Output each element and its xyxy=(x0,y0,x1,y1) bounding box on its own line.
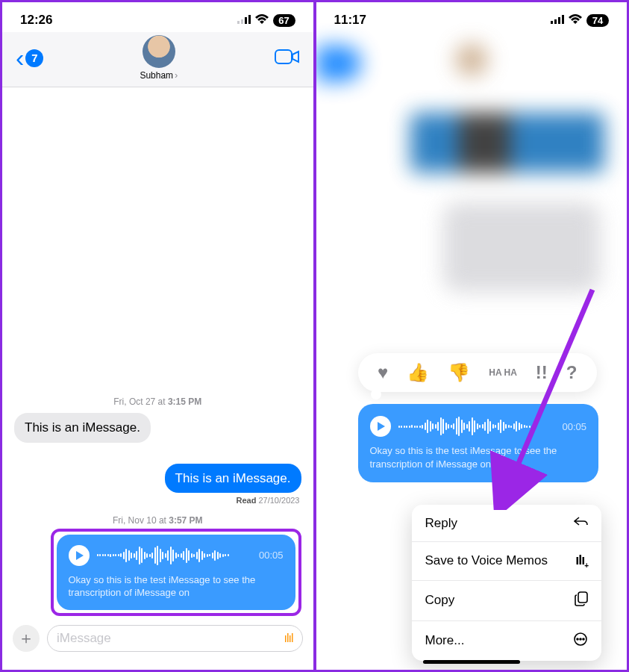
highlight-annotation: 00:05 Okay so this is the test iMessage … xyxy=(51,529,301,616)
status-right: 74 xyxy=(551,13,609,28)
svg-rect-0 xyxy=(237,21,240,24)
message-incoming[interactable]: This is an iMessage. xyxy=(14,413,151,442)
svg-rect-7 xyxy=(558,17,560,24)
tapback-thumbs-up[interactable]: 👍 xyxy=(407,362,429,383)
audio-message-focused[interactable]: 00:05 Okay so this is the test iMessage … xyxy=(358,404,599,482)
screen-conversation: 12:26 67 ‹ 7 Subham Fri, Oct 27 at 3:15 … xyxy=(2,2,313,670)
svg-rect-9 xyxy=(578,592,587,603)
waveform-icon xyxy=(398,416,555,437)
home-indicator[interactable] xyxy=(423,660,520,664)
nav-bar: ‹ 7 Subham xyxy=(2,32,313,87)
read-receipt: Read 27/10/2023 xyxy=(236,496,299,505)
timestamp: Fri, Nov 10 at 3:57 PM xyxy=(14,515,301,526)
plus-button[interactable]: ＋ xyxy=(13,625,40,652)
conversation: Fri, Oct 27 at 3:15 PM This is an iMessa… xyxy=(2,89,313,616)
tapback-exclaim[interactable]: !! xyxy=(536,362,548,383)
battery-level: 67 xyxy=(273,14,295,27)
audio-duration: 00:05 xyxy=(259,550,284,561)
status-time: 12:26 xyxy=(20,13,52,28)
back-button[interactable]: ‹ 7 xyxy=(16,49,43,67)
tapback-thumbs-down[interactable]: 👎 xyxy=(448,362,470,383)
tapback-question[interactable]: ? xyxy=(566,362,578,383)
timestamp: Fri, Oct 27 at 3:15 PM xyxy=(14,396,301,407)
message-outgoing[interactable]: This is an iMessage. xyxy=(165,464,301,493)
audio-message[interactable]: 00:05 Okay so this is the test iMessage … xyxy=(57,535,295,610)
unread-badge: 7 xyxy=(25,49,43,67)
svg-rect-3 xyxy=(248,15,251,24)
svg-point-12 xyxy=(580,638,581,640)
contact-name: Subham xyxy=(140,69,178,81)
menu-label: Reply xyxy=(425,516,457,531)
svg-rect-6 xyxy=(554,19,557,24)
screen-context-menu: 11:17 74 ♥ 👍 👎 HA HA !! ? 00:05 xyxy=(316,2,628,670)
svg-rect-5 xyxy=(551,21,553,24)
menu-label: Save to Voice Memos xyxy=(425,553,548,568)
facetime-button[interactable] xyxy=(275,48,300,69)
play-button[interactable] xyxy=(69,545,90,566)
audio-duration: 00:05 xyxy=(562,421,586,432)
menu-label: Copy xyxy=(425,593,455,608)
tapback-heart[interactable]: ♥ xyxy=(378,362,388,383)
audio-record-icon[interactable]: ılıl xyxy=(284,632,293,645)
wifi-icon xyxy=(255,13,269,28)
status-bar: 12:26 67 xyxy=(2,2,313,28)
chevron-left-icon: ‹ xyxy=(16,50,24,65)
contact-header[interactable]: Subham xyxy=(140,35,178,81)
voice-memo-icon: ılı+ xyxy=(575,553,588,570)
cellular-icon xyxy=(551,13,564,28)
svg-rect-4 xyxy=(275,50,292,63)
menu-copy[interactable]: Copy xyxy=(412,581,602,621)
context-menu: Reply Save to Voice Memos ılı+ Copy More… xyxy=(412,505,602,661)
svg-rect-1 xyxy=(241,19,243,24)
svg-rect-8 xyxy=(562,15,564,24)
cellular-icon xyxy=(237,13,251,28)
status-right: 67 xyxy=(237,13,295,28)
wifi-icon xyxy=(569,13,582,28)
audio-transcript: Okay so this is the test iMessage to see… xyxy=(370,444,587,470)
waveform-icon xyxy=(97,545,251,566)
avatar xyxy=(143,35,175,68)
status-time: 11:17 xyxy=(334,13,366,28)
copy-icon xyxy=(575,591,588,610)
menu-more[interactable]: More... xyxy=(412,621,602,661)
input-placeholder: iMessage xyxy=(57,631,111,646)
svg-rect-2 xyxy=(245,17,247,24)
compose-bar: ＋ iMessage ılıl xyxy=(2,617,313,670)
tapback-haha[interactable]: HA HA xyxy=(489,369,517,377)
battery-level: 74 xyxy=(586,14,609,27)
play-button[interactable] xyxy=(370,416,391,437)
svg-point-13 xyxy=(583,638,584,640)
menu-label: More... xyxy=(425,633,465,648)
reply-icon xyxy=(573,515,588,531)
menu-reply[interactable]: Reply xyxy=(412,505,602,542)
audio-transcript: Okay so this is the test iMessage to see… xyxy=(69,573,284,600)
message-input[interactable]: iMessage ılıl xyxy=(47,625,303,652)
menu-save-voice-memos[interactable]: Save to Voice Memos ılı+ xyxy=(412,542,602,581)
more-icon xyxy=(573,632,588,650)
tapback-bar: ♥ 👍 👎 HA HA !! ? xyxy=(358,353,598,392)
svg-point-11 xyxy=(577,638,578,640)
status-bar: 11:17 74 xyxy=(316,2,628,28)
